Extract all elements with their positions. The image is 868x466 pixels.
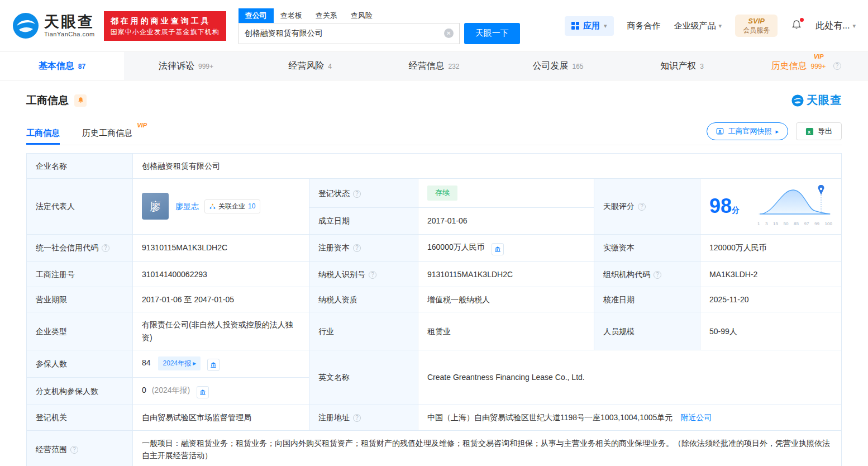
monitor-bell-icon[interactable] bbox=[74, 94, 87, 107]
snapshot-label: 工商官网快照 bbox=[728, 126, 771, 136]
branch-insured-history-icon[interactable] bbox=[197, 386, 209, 398]
capital-history-icon[interactable] bbox=[492, 243, 504, 255]
related-companies-badge[interactable]: 关联企业 10 bbox=[204, 199, 260, 213]
field-label-org-code: 组织机构代码? bbox=[594, 261, 700, 287]
subtab-history-registration[interactable]: 历史工商信息 VIP bbox=[82, 128, 132, 145]
notification-bell-icon[interactable] bbox=[791, 20, 802, 32]
svip-membership-button[interactable]: SVIP 会员服务 bbox=[735, 15, 778, 36]
nearby-companies-link[interactable]: 附近公司 bbox=[680, 413, 712, 422]
report-note: (2024年报) bbox=[152, 386, 190, 394]
menu-business-cooperation[interactable]: 商务合作 bbox=[627, 21, 661, 31]
status-badge: 存续 bbox=[427, 186, 457, 201]
apps-menu[interactable]: 应用 ▾ bbox=[565, 16, 614, 36]
search-box[interactable]: ✕ bbox=[239, 23, 460, 44]
tab-count: 999+ bbox=[810, 63, 826, 70]
help-icon[interactable]: ? bbox=[353, 190, 361, 198]
tianyancha-watermark-icon bbox=[791, 94, 804, 107]
field-value-paid-capital: 120000万人民币 bbox=[700, 234, 842, 261]
user-name: 此处有... bbox=[815, 20, 850, 32]
search-tab-risk[interactable]: 查风险 bbox=[344, 8, 379, 23]
legal-rep-link[interactable]: 廖显志 bbox=[175, 202, 199, 211]
help-icon[interactable]: ? bbox=[833, 62, 841, 70]
subtab-business-registration[interactable]: 工商信息 bbox=[26, 128, 60, 145]
business-cooperation-label: 商务合作 bbox=[627, 21, 661, 31]
promo-badge: 都在用的商业查询工具 国家中小企业发展子基金旗下机构 bbox=[104, 11, 226, 41]
field-label-approval-date: 核准日期 bbox=[594, 287, 700, 312]
tab-business-info[interactable]: 经营信息 232 bbox=[372, 52, 496, 80]
field-label-establish-date: 成立日期 bbox=[309, 208, 418, 234]
field-label-english-name: 英文名称 bbox=[309, 350, 418, 405]
search-tab-company[interactable]: 查公司 bbox=[239, 8, 274, 23]
tianyancha-logo[interactable]: 天眼查 TianYanCha.com bbox=[12, 12, 95, 39]
tab-label: 经营信息 bbox=[408, 60, 444, 72]
tab-label: 知识产权 bbox=[660, 60, 696, 72]
tab-count: 999+ bbox=[198, 63, 213, 70]
watermark-brand-name: 天眼查 bbox=[807, 93, 842, 108]
apps-grid-icon bbox=[571, 22, 579, 30]
field-label-branch-insured: 分支机构参保人数 bbox=[27, 378, 133, 405]
tab-count: 87 bbox=[78, 63, 85, 70]
annual-report-badge[interactable]: 2024年报 ▸ bbox=[158, 356, 201, 370]
table-row: 营业期限 2017-01-06 至 2047-01-05 纳税人资质 增值税一般… bbox=[27, 287, 842, 312]
score-value: 98分 bbox=[709, 196, 740, 216]
tab-basic-info[interactable]: 基本信息 87 bbox=[0, 52, 124, 80]
field-value-taxpayer-id: 91310115MA1K3LDH2C bbox=[418, 261, 594, 287]
chevron-right-icon: ▸ bbox=[775, 128, 779, 135]
menu-enterprise-products[interactable]: 企业级产品 ▾ bbox=[674, 21, 722, 31]
help-icon[interactable]: ? bbox=[102, 244, 109, 252]
tab-company-development[interactable]: 公司发展 165 bbox=[496, 52, 620, 80]
search-tab-relation[interactable]: 查关系 bbox=[309, 8, 344, 23]
search-input[interactable] bbox=[245, 29, 444, 38]
tab-operation-risk[interactable]: 经营风险 4 bbox=[248, 52, 372, 80]
field-value-legal-rep: 廖 廖显志 关联企业 10 bbox=[133, 179, 309, 234]
id-card-icon bbox=[716, 127, 724, 135]
section-title: 工商信息 bbox=[26, 93, 69, 108]
svg-text:x: x bbox=[808, 129, 811, 135]
tab-history-info[interactable]: 历史信息 VIP 999+ ? bbox=[744, 52, 868, 80]
table-row: 法定代表人 廖 廖显志 关联企业 10 登记状态? 存续 天 bbox=[27, 179, 842, 208]
chevron-down-icon: ▾ bbox=[719, 22, 722, 30]
search-button[interactable]: 天眼一下 bbox=[464, 23, 520, 44]
field-value-reg-capital: 160000万人民币 bbox=[418, 234, 594, 261]
field-label-credit-code: 统一社会信用代码? bbox=[27, 234, 133, 261]
help-icon[interactable]: ? bbox=[70, 446, 78, 454]
top-menu: 应用 ▾ 商务合作 企业级产品 ▾ SVIP 会员服务 此处有... ▾ bbox=[565, 15, 856, 36]
help-icon[interactable]: ? bbox=[654, 271, 661, 279]
field-value-business-term: 2017-01-06 至 2047-01-05 bbox=[133, 287, 309, 312]
score-pin-icon bbox=[818, 185, 824, 195]
help-icon[interactable]: ? bbox=[353, 414, 361, 422]
table-row: 参保人数 84 2024年报 ▸ 英文名称 Create Greantness … bbox=[27, 350, 842, 378]
field-value-org-code: MA1K3LDH-2 bbox=[700, 261, 842, 287]
export-button[interactable]: x 导出 bbox=[796, 122, 842, 140]
table-row: 工商注册号 310141400062293 纳税人识别号? 91310115MA… bbox=[27, 261, 842, 287]
help-icon[interactable]: ? bbox=[369, 271, 376, 279]
brand-watermark: 天眼查 bbox=[791, 93, 842, 108]
field-value-approval-date: 2025-11-20 bbox=[700, 287, 842, 312]
field-label-reg-authority: 登记机关 bbox=[27, 405, 133, 430]
tab-legal-lawsuits[interactable]: 法律诉讼 999+ bbox=[124, 52, 248, 80]
table-row: 经营范围? 一般项目：融资租赁业务；租赁业务；向国内外购买租赁资产；租赁财产的残… bbox=[27, 430, 842, 466]
field-value-english-name: Create Greantness Financing Lease Co., L… bbox=[418, 350, 842, 405]
field-label-legal-rep: 法定代表人 bbox=[27, 179, 133, 234]
tab-label: 历史信息 bbox=[771, 61, 807, 70]
chevron-right-icon: ▸ bbox=[193, 358, 196, 369]
avatar[interactable]: 廖 bbox=[142, 193, 169, 220]
field-label-company-type: 企业类型 bbox=[27, 312, 133, 350]
field-label-reg-address: 注册地址? bbox=[309, 405, 418, 430]
promo-line1: 都在用的商业查询工具 bbox=[111, 15, 220, 27]
chevron-down-icon: ▾ bbox=[604, 22, 607, 30]
official-snapshot-button[interactable]: 工商官网快照 ▸ bbox=[707, 122, 788, 140]
field-label-business-term: 营业期限 bbox=[27, 287, 133, 312]
search-tab-boss[interactable]: 查老板 bbox=[274, 8, 309, 23]
clear-icon[interactable]: ✕ bbox=[444, 28, 454, 38]
insured-history-icon[interactable] bbox=[207, 359, 220, 371]
field-value-business-scope: 一般项目：融资租赁业务；租赁业务；向国内外购买租赁资产；租赁财产的残值处理及维修… bbox=[133, 430, 842, 466]
chart-axis-ticks: 131550859799100 bbox=[757, 221, 832, 228]
help-icon[interactable]: ? bbox=[353, 244, 361, 252]
field-label-business-scope: 经营范围? bbox=[27, 430, 133, 466]
brand-name: 天眼查 bbox=[44, 14, 95, 31]
table-row: 登记机关 自由贸易试验区市场监督管理局 注册地址? 中国（上海）自由贸易试验区世… bbox=[27, 405, 842, 430]
tab-intellectual-property[interactable]: 知识产权 3 bbox=[620, 52, 744, 80]
user-menu[interactable]: 此处有... ▾ bbox=[815, 20, 856, 32]
help-icon[interactable]: ? bbox=[638, 203, 646, 211]
